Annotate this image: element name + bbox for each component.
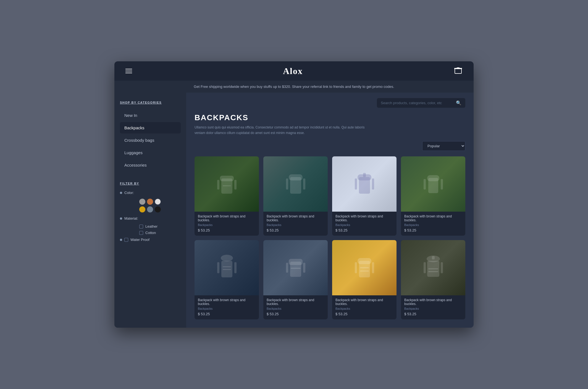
color-filter-row: Color:	[120, 191, 181, 195]
browser-window: Alox Get Free shipping worldwide when yo…	[114, 61, 474, 327]
product-price: $ 53.25	[198, 312, 256, 316]
sidebar-item-accessories[interactable]: Accessories	[120, 159, 181, 171]
product-info: Backpack with brown straps and buckles. …	[263, 212, 328, 236]
color-swatch-white[interactable]	[155, 199, 161, 205]
svg-rect-9	[286, 178, 288, 190]
product-category: Backpacks	[267, 223, 324, 227]
product-image-3	[332, 156, 397, 212]
svg-rect-14	[355, 178, 357, 190]
svg-rect-39	[432, 256, 435, 259]
waterproof-checkbox[interactable]	[124, 238, 128, 242]
sidebar-item-backpacks[interactable]: Backpacks	[120, 122, 181, 133]
product-card[interactable]: Backpack with brown straps and buckles. …	[401, 240, 465, 319]
product-image-7	[332, 240, 397, 295]
logo: Alox	[283, 66, 303, 76]
cotton-checkbox-row: Cotton	[139, 231, 181, 235]
header: Alox	[114, 61, 474, 81]
sidebar-item-crossbody[interactable]: Crossbody bags	[120, 135, 181, 146]
search-input[interactable]	[381, 101, 456, 105]
color-swatch-slate[interactable]	[147, 206, 153, 212]
sidebar-item-luggages[interactable]: Luggages	[120, 147, 181, 158]
color-swatch-gray[interactable]	[139, 199, 145, 205]
color-filter-dot	[120, 192, 122, 194]
page-description: Ullamco sunt quis qui eiusmod ea officia…	[195, 125, 371, 135]
leather-checkbox-row: Leather	[139, 224, 181, 228]
product-info: Backpack with brown straps and buckles. …	[401, 212, 465, 236]
product-card[interactable]: Backpack with brown straps and buckles. …	[263, 240, 328, 319]
cart-icon[interactable]	[454, 66, 463, 76]
svg-rect-34	[372, 262, 374, 273]
main-content: 🔍 BACKPACKS Ullamco sunt quis qui eiusmo…	[186, 93, 474, 327]
svg-rect-25	[223, 269, 231, 270]
product-name: Backpack with brown straps and buckles.	[198, 214, 256, 222]
search-container: 🔍	[377, 98, 465, 108]
color-swatch-black[interactable]	[155, 206, 161, 212]
svg-rect-33	[355, 262, 357, 273]
svg-rect-19	[441, 179, 443, 190]
product-name: Backpack with brown straps and buckles.	[335, 214, 393, 222]
product-info: Backpack with brown straps and buckles. …	[195, 212, 259, 236]
product-name: Backpack with brown straps and buckles.	[404, 214, 462, 222]
svg-rect-1	[454, 68, 462, 69]
product-name: Backpack with brown straps and buckles.	[404, 298, 462, 306]
color-swatch-brown[interactable]	[147, 199, 153, 205]
waterproof-label: Water Proof	[130, 238, 149, 242]
svg-rect-6	[223, 185, 231, 186]
product-card[interactable]: Backpack with brown straps and buckles. …	[401, 156, 465, 236]
svg-rect-0	[455, 69, 461, 73]
svg-rect-18	[424, 179, 426, 190]
svg-rect-17	[427, 175, 439, 181]
search-icon: 🔍	[456, 100, 461, 106]
search-bar-container: 🔍	[195, 98, 465, 108]
svg-rect-43	[428, 271, 438, 272]
product-card[interactable]: Backpack with brown straps and buckles. …	[195, 240, 259, 319]
color-swatch-yellow[interactable]	[139, 206, 145, 212]
product-price: $ 53.25	[267, 312, 324, 316]
promo-bar: Get Free shipping worldwide when you buy…	[114, 81, 474, 93]
product-price: $ 53.25	[267, 228, 324, 232]
sort-dropdown[interactable]: Popular Price: Low to High Price: High t…	[422, 141, 465, 151]
product-price: $ 53.25	[404, 312, 462, 316]
product-category: Backpacks	[267, 307, 324, 310]
main-layout: SHOP BY CATEGORIES New In Backpacks Cros…	[114, 93, 474, 327]
svg-rect-27	[289, 259, 303, 265]
material-filter-row: Material:	[120, 216, 181, 220]
categories-section-title: SHOP BY CATEGORIES	[120, 101, 181, 104]
product-price: $ 53.25	[335, 228, 393, 232]
svg-rect-24	[223, 266, 231, 267]
svg-rect-15	[372, 178, 374, 190]
svg-rect-13	[363, 173, 366, 177]
filter-section-title: FILTER BY	[120, 182, 181, 185]
product-image-4	[401, 156, 465, 212]
product-price: $ 53.25	[198, 228, 256, 232]
cotton-checkbox[interactable]	[139, 231, 143, 235]
leather-checkbox[interactable]	[139, 225, 143, 228]
svg-rect-5	[234, 180, 237, 190]
waterproof-filter-dot	[120, 239, 122, 241]
svg-rect-3	[220, 176, 234, 181]
sidebar-item-new-in[interactable]: New In	[120, 110, 181, 121]
leather-label: Leather	[145, 224, 158, 228]
svg-rect-23	[234, 262, 237, 273]
product-card[interactable]: Backpack with brown straps and buckles. …	[263, 156, 328, 236]
waterproof-filter-row: Water Proof	[120, 238, 181, 242]
svg-rect-30	[291, 268, 301, 269]
product-card[interactable]: Backpack with brown straps and buckles. …	[195, 156, 259, 236]
product-info: Backpack with brown straps and buckles. …	[401, 295, 465, 319]
product-card[interactable]: Backpack with brown straps and buckles. …	[332, 156, 397, 236]
product-category: Backpacks	[404, 307, 462, 310]
promo-text: Get Free shipping worldwide when you buy…	[194, 85, 394, 89]
product-name: Backpack with brown straps and buckles.	[267, 298, 324, 306]
product-card[interactable]: Backpack with brown straps and buckles. …	[332, 240, 397, 319]
svg-rect-41	[441, 262, 443, 273]
category-nav: New In Backpacks Crossbody bags Luggages…	[120, 110, 181, 171]
product-info: Backpack with brown straps and buckles. …	[332, 295, 397, 319]
svg-rect-29	[303, 263, 305, 273]
product-info: Backpack with brown straps and buckles. …	[195, 295, 259, 319]
svg-rect-40	[424, 262, 426, 273]
hamburger-menu-icon[interactable]	[125, 69, 132, 73]
product-info: Backpack with brown straps and buckles. …	[263, 295, 328, 319]
color-swatches-row2	[139, 206, 181, 212]
svg-rect-10	[303, 178, 305, 190]
product-category: Backpacks	[404, 223, 462, 227]
